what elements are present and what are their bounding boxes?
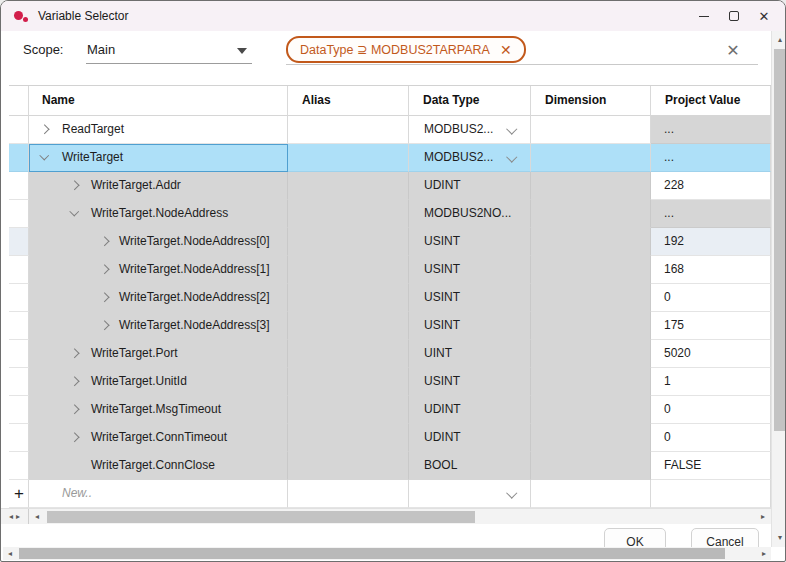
scroll-right-button[interactable]: ▸: [755, 509, 771, 524]
alias-cell[interactable]: [288, 228, 409, 256]
table-row[interactable]: WriteTarget.ConnCloseBOOLFALSE: [9, 452, 771, 480]
new-row-value-cell[interactable]: [651, 480, 771, 508]
row-gutter[interactable]: [9, 312, 29, 340]
row-gutter[interactable]: [9, 228, 29, 256]
project-value-cell[interactable]: 175: [651, 312, 771, 340]
table-row[interactable]: WriteTarget.UnitIdUSINT1: [9, 368, 771, 396]
expand-icon[interactable]: [70, 181, 79, 190]
alias-cell[interactable]: [288, 396, 409, 424]
filter-chip[interactable]: DataType ⊇ MODBUS2TARPARA ✕: [286, 36, 526, 63]
variable-name-cell[interactable]: ReadTarget: [29, 116, 288, 144]
scroll-left-button[interactable]: ◂: [29, 509, 45, 524]
dialog-scroll-left-button[interactable]: ◂: [3, 547, 17, 560]
data-type-cell[interactable]: USINT: [409, 256, 531, 284]
dialog-horizontal-scrollbar[interactable]: ◂ ▸: [3, 547, 771, 560]
expand-icon[interactable]: [70, 433, 79, 442]
variable-name-cell[interactable]: WriteTarget.UnitId: [29, 368, 288, 396]
project-value-cell[interactable]: 192: [651, 228, 771, 256]
project-value-cell[interactable]: 0: [651, 396, 771, 424]
project-value-cell[interactable]: ...: [651, 116, 771, 144]
data-type-cell[interactable]: MODBUS2...: [409, 144, 531, 172]
new-row-alias-cell[interactable]: [288, 480, 409, 508]
collapse-icon[interactable]: [70, 207, 79, 216]
clear-filter-button[interactable]: ✕: [719, 37, 747, 63]
dimension-cell[interactable]: [531, 200, 651, 228]
expand-icon[interactable]: [100, 293, 109, 302]
dimension-cell[interactable]: [531, 228, 651, 256]
data-type-cell[interactable]: MODBUS2NO...: [409, 200, 531, 228]
type-dropdown-icon[interactable]: [506, 151, 517, 162]
variable-name-cell[interactable]: WriteTarget.Port: [29, 340, 288, 368]
expand-icon[interactable]: [70, 377, 79, 386]
variable-name-cell[interactable]: WriteTarget.NodeAddress[0]: [29, 228, 288, 256]
data-type-cell[interactable]: USINT: [409, 368, 531, 396]
vertical-scrollbar[interactable]: ▴ ▾: [771, 31, 786, 547]
alias-cell[interactable]: [288, 452, 409, 480]
variable-name-cell[interactable]: WriteTarget.MsgTimeout: [29, 396, 288, 424]
dimension-cell[interactable]: [531, 396, 651, 424]
alias-cell[interactable]: [288, 144, 409, 172]
table-row[interactable]: ReadTargetMODBUS2......: [9, 116, 771, 144]
type-dropdown-icon[interactable]: [506, 487, 517, 498]
type-dropdown-icon[interactable]: [506, 123, 517, 134]
data-type-cell[interactable]: USINT: [409, 312, 531, 340]
add-variable-button[interactable]: +: [9, 480, 29, 508]
data-type-cell[interactable]: UDINT: [409, 172, 531, 200]
alias-cell[interactable]: [288, 312, 409, 340]
data-type-cell[interactable]: UDINT: [409, 396, 531, 424]
project-value-cell[interactable]: 228: [651, 172, 771, 200]
close-button[interactable]: ✕: [749, 1, 779, 31]
dimension-cell[interactable]: [531, 144, 651, 172]
project-value-cell[interactable]: ...: [651, 200, 771, 228]
dimension-cell[interactable]: [531, 340, 651, 368]
scope-dropdown-caret-icon[interactable]: [237, 48, 247, 54]
new-variable-row[interactable]: + New..: [9, 480, 771, 508]
variable-name-cell[interactable]: WriteTarget.NodeAddress: [29, 200, 288, 228]
new-row-dimension-cell[interactable]: [531, 480, 651, 508]
project-value-cell[interactable]: 168: [651, 256, 771, 284]
dimension-cell[interactable]: [531, 368, 651, 396]
table-row[interactable]: WriteTarget.NodeAddressMODBUS2NO......: [9, 200, 771, 228]
alias-cell[interactable]: [288, 200, 409, 228]
expand-icon[interactable]: [40, 125, 49, 134]
row-gutter[interactable]: [9, 452, 29, 480]
filter-chip-remove-icon[interactable]: ✕: [500, 43, 512, 57]
variable-name-cell[interactable]: WriteTarget.ConnTimeout: [29, 424, 288, 452]
maximize-button[interactable]: [719, 1, 749, 31]
variable-name-cell[interactable]: WriteTarget.NodeAddress[1]: [29, 256, 288, 284]
alias-cell[interactable]: [288, 368, 409, 396]
row-gutter[interactable]: [9, 172, 29, 200]
table-row[interactable]: WriteTarget.NodeAddress[1]USINT168: [9, 256, 771, 284]
table-row[interactable]: WriteTarget.ConnTimeoutUDINT0: [9, 424, 771, 452]
data-type-cell[interactable]: BOOL: [409, 452, 531, 480]
variable-name-cell[interactable]: WriteTarget.NodeAddress[3]: [29, 312, 288, 340]
project-value-cell[interactable]: 0: [651, 284, 771, 312]
row-gutter[interactable]: [9, 116, 29, 144]
project-value-cell[interactable]: 1: [651, 368, 771, 396]
alias-cell[interactable]: [288, 340, 409, 368]
data-type-cell[interactable]: UDINT: [409, 424, 531, 452]
row-gutter[interactable]: [9, 396, 29, 424]
dialog-scroll-track[interactable]: [17, 547, 757, 560]
dimension-cell[interactable]: [531, 452, 651, 480]
grid-scroll-thumb[interactable]: [47, 511, 475, 523]
table-row[interactable]: WriteTarget.NodeAddress[0]USINT192: [9, 228, 771, 256]
row-gutter[interactable]: [9, 340, 29, 368]
table-row[interactable]: WriteTarget.PortUINT5020: [9, 340, 771, 368]
expand-icon[interactable]: [70, 405, 79, 414]
dimension-cell[interactable]: [531, 116, 651, 144]
expand-icon[interactable]: [70, 349, 79, 358]
alias-cell[interactable]: [288, 424, 409, 452]
scroll-down-button[interactable]: ▾: [772, 531, 786, 545]
grid-horizontal-scrollbar[interactable]: ◂ ▸ ◂ ▸: [1, 508, 771, 524]
expand-icon[interactable]: [100, 265, 109, 274]
dialog-scroll-right-button[interactable]: ▸: [757, 547, 771, 560]
scroll-up-button[interactable]: ▴: [772, 33, 786, 47]
row-gutter[interactable]: [9, 144, 29, 172]
table-row[interactable]: WriteTarget.MsgTimeoutUDINT0: [9, 396, 771, 424]
table-row[interactable]: WriteTarget.NodeAddress[2]USINT0: [9, 284, 771, 312]
table-row[interactable]: WriteTarget.AddrUDINT228: [9, 172, 771, 200]
new-row-name-cell[interactable]: New..: [29, 480, 288, 508]
row-gutter[interactable]: [9, 368, 29, 396]
alias-cell[interactable]: [288, 256, 409, 284]
